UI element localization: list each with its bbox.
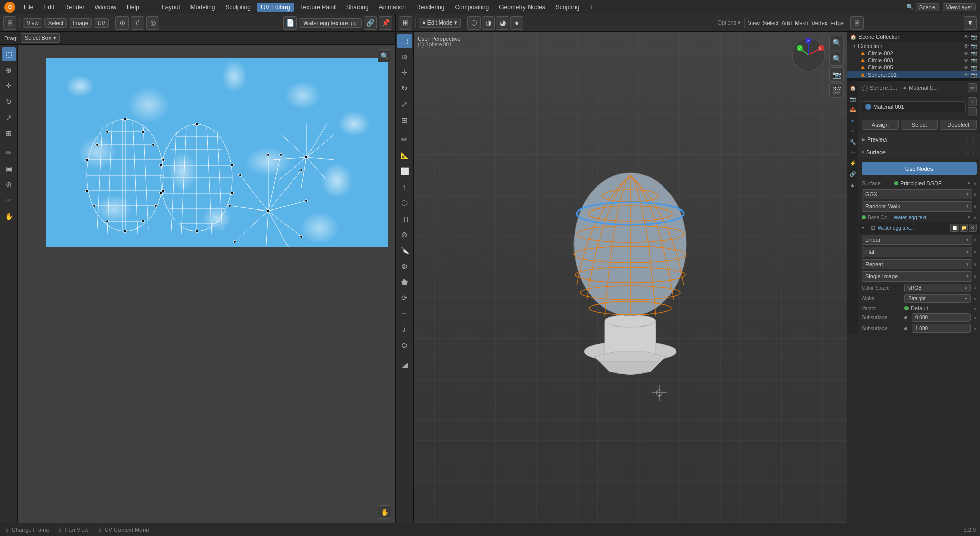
color-space-dropdown[interactable]: sRGB ▾ [904,284,971,292]
menu-render[interactable]: Render [60,3,88,12]
bc-arrow[interactable]: ▾ [968,215,970,220]
uv-move-tool[interactable]: ✛ [2,79,16,93]
vp-shear-tool[interactable]: ◪ [397,358,412,372]
select-btn[interactable]: Select [901,120,938,130]
deselect-btn[interactable]: Deselect [940,120,977,130]
vp-edge-slide-tool[interactable]: ⤸ [397,322,412,337]
vp-cursor-tool[interactable]: ⊕ [397,50,412,64]
repeat-dropdown[interactable]: Repeat ▾ [862,259,972,269]
uv-cursor-tool[interactable]: ⊕ [2,63,16,77]
subsurface2-field[interactable]: 1.000 [912,324,971,333]
circle005-cam[interactable]: 📷 [971,65,977,71]
workspace-uv-editing[interactable]: UV Editing [257,3,294,12]
vp-render-icon[interactable]: 🎬 [829,83,844,98]
vp-scale-tool[interactable]: ⤢ [397,97,412,111]
uv-select-menu[interactable]: Select [44,18,67,28]
circle002-item[interactable]: Circle.002 👁 📷 [847,50,980,57]
uv-proportional-btn[interactable]: ◎ [146,16,159,30]
ss2-dot[interactable]: ● [974,325,977,331]
uv-new-image-btn[interactable]: 📄 [283,16,297,30]
preview-section-header[interactable]: ▶ Preview ⋮⋮ [858,133,980,146]
viewport-vertex-menu[interactable]: Vertex [811,20,827,26]
uv-pivot-btn[interactable]: ⊙ [115,16,129,30]
workspace-animation[interactable]: Animation [375,3,410,12]
assign-btn[interactable]: Assign [862,120,899,130]
select-box-dropdown[interactable]: Select Box ▾ [21,33,60,43]
surface-dot-menu[interactable]: ● [973,180,977,187]
edit-mode-dropdown[interactable]: ● Edit Mode ▾ [419,18,461,28]
vp-inset-tool[interactable]: ⬡ [397,196,412,210]
vp-transform-tool[interactable]: ⊞ [397,113,412,127]
uv-pinch-tool[interactable]: ✋ [2,209,16,223]
uv-annotate-tool[interactable]: ✏ [2,146,16,160]
flat-dot[interactable]: ● [973,248,977,255]
use-nodes-btn[interactable]: Use Nodes [862,162,977,175]
vp-spin-tool[interactable]: ⟳ [397,291,412,305]
props-icon-modifier[interactable]: 🔧 [848,137,857,146]
workspace-texture-paint[interactable]: Texture Paint [296,3,340,12]
viewport-canvas[interactable]: User Perspective (1) Sphere.001 [414,32,847,523]
eye-icon1[interactable]: 👁 [964,34,969,40]
mat-remove-btn[interactable]: − [968,107,977,116]
workspace-rendering[interactable]: Rendering [412,3,448,12]
view-layer-selector[interactable]: ViewLayer [943,3,976,11]
workspace-modeling[interactable]: Modeling [186,3,220,12]
sphere001-eye[interactable]: 👁 [964,72,969,78]
ggx-dropdown[interactable]: GGX ▾ [862,189,972,199]
props-icon-object[interactable]: ○ [848,126,857,135]
menu-window[interactable]: Window [90,3,121,12]
uv-scale-tool[interactable]: ⤢ [2,110,16,125]
circle005-eye[interactable]: 👁 [964,65,969,71]
viewport-mesh-menu[interactable]: Mesh [795,20,808,26]
workspace-shading[interactable]: Shading [342,3,373,12]
vp-zoom-in[interactable]: 🔍 [829,36,844,50]
surface-dropdown-arrow[interactable]: ▾ [968,181,970,186]
viewport-view-menu[interactable]: View [748,20,760,26]
props-filter-btn[interactable]: ▼ [964,16,977,30]
circle005-item[interactable]: Circle.005 👁 📷 [847,64,980,71]
vp-rotate-tool[interactable]: ↻ [397,81,412,96]
vp-smooth-tool[interactable]: ~ [397,307,412,321]
circle003-eye[interactable]: 👁 [964,58,969,63]
add-workspace-btn[interactable]: + [586,3,597,12]
tex-expand[interactable]: ▾ [862,225,869,230]
uv-image-menu[interactable]: Image [69,18,92,28]
solid-mode-btn[interactable]: ◑ [482,16,495,30]
props-icon-render[interactable]: 📷 [848,94,857,103]
alpha-dot[interactable]: ● [974,296,977,301]
circle002-eye[interactable]: 👁 [964,51,969,56]
flat-dropdown[interactable]: Flat ▾ [862,247,972,257]
workspace-layout[interactable]: Layout [158,3,184,12]
vp-shrink-tool[interactable]: ⊜ [397,338,412,353]
rw-dot-menu[interactable]: ● [973,203,977,210]
uv-mode-btn[interactable]: ⊞ [3,16,16,30]
vp-select-tool[interactable]: ⬚ [397,34,412,48]
vp-annotate-tool[interactable]: ✏ [397,132,412,147]
sphere001-item[interactable]: Sphere.001 👁 📷 [847,71,980,78]
mat-add-btn[interactable]: + [968,97,977,106]
vp-camera-icon[interactable]: 📷 [829,67,844,82]
bc-dot-menu[interactable]: ● [973,214,977,220]
props-icon-scene[interactable]: 🏠 [848,83,857,92]
props-icon-output[interactable]: 📤 [848,105,857,114]
props-icon-particles[interactable]: ⊹ [848,148,857,157]
uv-canvas[interactable]: 🔍 ✋ [18,45,395,523]
workspace-sculpting[interactable]: Sculpting [222,3,255,12]
uv-image-controls[interactable]: 🔗 [364,16,377,30]
menu-edit[interactable]: Edit [39,3,58,12]
subsurface-field[interactable]: 0.000 [912,313,971,322]
circle003-item[interactable]: Circle.003 👁 📷 [847,57,980,64]
props-icon-material[interactable]: ● [848,115,857,125]
vp-loop-cut-tool[interactable]: ⊘ [397,227,412,242]
linear-dropdown[interactable]: Linear ▾ [862,235,972,245]
repeat-dot[interactable]: ● [973,261,977,268]
uv-select-tool[interactable]: ⬚ [2,47,16,61]
uv-uv-menu[interactable]: UV [94,18,109,28]
tex-paste-btn[interactable]: 📁 [960,224,968,232]
mat-edit-btn[interactable]: ✏ [968,83,977,92]
workspace-compositing[interactable]: Compositing [450,3,493,12]
uv-snap-btn[interactable]: # [131,16,144,30]
surface-section-header[interactable]: ▾ Surface ⋮⋮ [858,146,980,158]
uv-transform-tool[interactable]: ⊞ [2,126,16,141]
viewport-options[interactable]: Options ▾ [717,19,741,26]
